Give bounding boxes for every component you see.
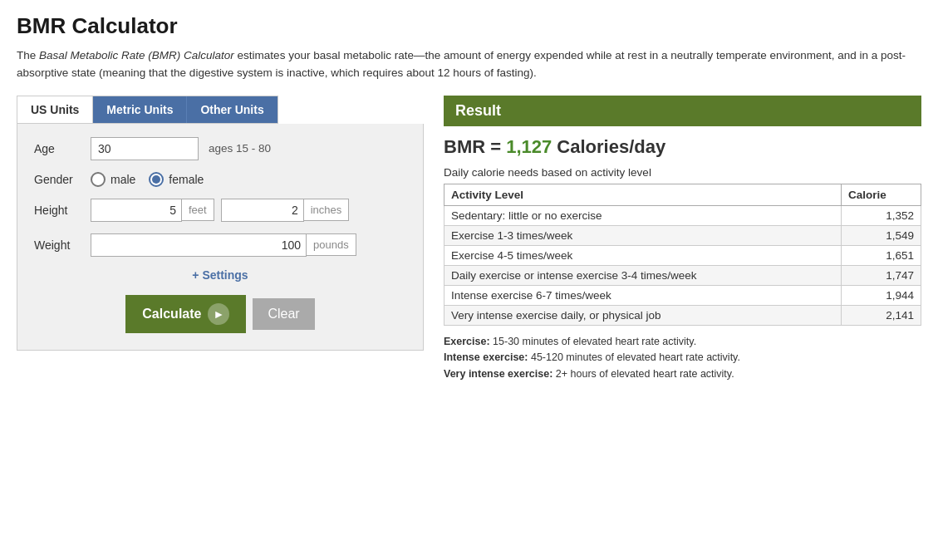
main-layout: US Units Metric Units Other Units Age ag…	[17, 96, 921, 382]
page-title: BMR Calculator	[17, 13, 921, 39]
tab-bar: US Units Metric Units Other Units	[17, 96, 278, 124]
gender-female-option[interactable]: female	[149, 172, 204, 187]
bmr-prefix: BMR =	[444, 136, 506, 157]
gender-label: Gender	[34, 173, 91, 186]
activity-cell: Very intense exercise daily, or physical…	[444, 305, 842, 325]
activity-cell: Sedentary: little or no exercise	[444, 205, 842, 225]
height-row: Height feet inches	[34, 199, 406, 222]
activity-cell: Intense exercise 6-7 times/week	[444, 285, 842, 305]
calculator-form: Age ages 15 - 80 Gender male female	[17, 124, 424, 351]
gender-options: male female	[91, 172, 204, 187]
settings-link[interactable]: + Settings	[192, 268, 248, 282]
tab-us-units[interactable]: US Units	[17, 96, 93, 123]
bmr-result: BMR = 1,127 Calories/day	[444, 136, 921, 158]
calorie-cell: 1,747	[842, 265, 921, 285]
table-row: Sedentary: little or no exercise1,352	[444, 205, 921, 225]
activity-table: Activity Level Calorie Sedentary: little…	[444, 184, 921, 326]
gender-male-option[interactable]: male	[91, 172, 135, 187]
footnote-intense-text: 45-120 minutes of elevated heart rate ac…	[528, 351, 739, 363]
feet-unit-label: feet	[182, 199, 214, 221]
table-row: Exercise 1-3 times/week1,549	[444, 225, 921, 245]
footnote-very-intense: Very intense exercise: 2+ hours of eleva…	[444, 366, 921, 382]
activity-cell: Exercise 1-3 times/week	[444, 225, 842, 245]
clear-button[interactable]: Clear	[253, 298, 314, 330]
calorie-cell: 1,549	[842, 225, 921, 245]
table-row: Daily exercise or intense exercise 3-4 t…	[444, 265, 921, 285]
calculate-arrow-icon: ►	[208, 303, 229, 325]
height-label: Height	[34, 204, 91, 217]
calorie-cell: 2,141	[842, 305, 921, 325]
inches-unit-label: inches	[304, 199, 350, 221]
weight-label: Weight	[34, 238, 91, 252]
button-row: Calculate ► Clear	[34, 295, 406, 333]
age-hint: ages 15 - 80	[209, 142, 271, 155]
activity-cell: Exercise 4-5 times/week	[444, 245, 842, 265]
age-label: Age	[34, 142, 91, 155]
female-radio[interactable]	[149, 172, 164, 187]
tab-other-units[interactable]: Other Units	[187, 96, 277, 123]
calculate-label: Calculate	[142, 307, 201, 322]
bmr-suffix: Calories/day	[552, 136, 665, 157]
footnotes: Exercise: 15-30 minutes of elevated hear…	[444, 334, 921, 382]
male-label: male	[110, 173, 135, 186]
weight-input[interactable]	[91, 233, 307, 257]
weight-unit-label: pounds	[307, 233, 356, 256]
footnote-exercise: Exercise: 15-30 minutes of elevated hear…	[444, 334, 921, 350]
table-row: Exercise 4-5 times/week1,651	[444, 245, 921, 265]
footnote-exercise-bold: Exercise:	[444, 336, 490, 347]
col-activity-header: Activity Level	[444, 184, 842, 205]
intro-paragraph: The Basal Metabolic Rate (BMR) Calculato…	[17, 47, 921, 82]
calculate-button[interactable]: Calculate ►	[125, 295, 246, 333]
footnote-very-intense-text: 2+ hours of elevated heart rate activity…	[552, 368, 734, 380]
col-calorie-header: Calorie	[842, 184, 921, 205]
age-input[interactable]	[91, 137, 199, 160]
tab-metric-units[interactable]: Metric Units	[93, 96, 187, 123]
footnote-very-intense-bold: Very intense exercise:	[444, 368, 552, 380]
age-row: Age ages 15 - 80	[34, 137, 406, 160]
calorie-cell: 1,651	[842, 245, 921, 265]
gender-row: Gender male female	[34, 172, 406, 187]
bmr-value: 1,127	[506, 136, 552, 157]
weight-row: Weight pounds	[34, 233, 406, 257]
calorie-subtitle: Daily calorie needs based on activity le…	[444, 166, 921, 179]
weight-input-wrapper: pounds	[91, 233, 356, 257]
height-inputs: feet inches	[91, 199, 349, 222]
activity-cell: Daily exercise or intense exercise 3-4 t…	[444, 265, 842, 285]
settings-link-container: + Settings	[34, 268, 406, 282]
height-inches-input[interactable]	[221, 199, 304, 222]
female-label: female	[169, 173, 204, 186]
right-panel: Result BMR = 1,127 Calories/day Daily ca…	[444, 96, 921, 382]
left-panel: US Units Metric Units Other Units Age ag…	[17, 96, 424, 351]
male-radio[interactable]	[91, 172, 106, 187]
result-header: Result	[444, 96, 921, 126]
calorie-cell: 1,944	[842, 285, 921, 305]
table-row: Intense exercise 6-7 times/week1,944	[444, 285, 921, 305]
table-row: Very intense exercise daily, or physical…	[444, 305, 921, 325]
calorie-cell: 1,352	[842, 205, 921, 225]
footnote-intense: Intense exercise: 45-120 minutes of elev…	[444, 350, 921, 366]
footnote-intense-bold: Intense exercise:	[444, 351, 528, 363]
height-feet-input[interactable]	[91, 199, 182, 222]
footnote-exercise-text: 15-30 minutes of elevated heart rate act…	[490, 336, 697, 347]
